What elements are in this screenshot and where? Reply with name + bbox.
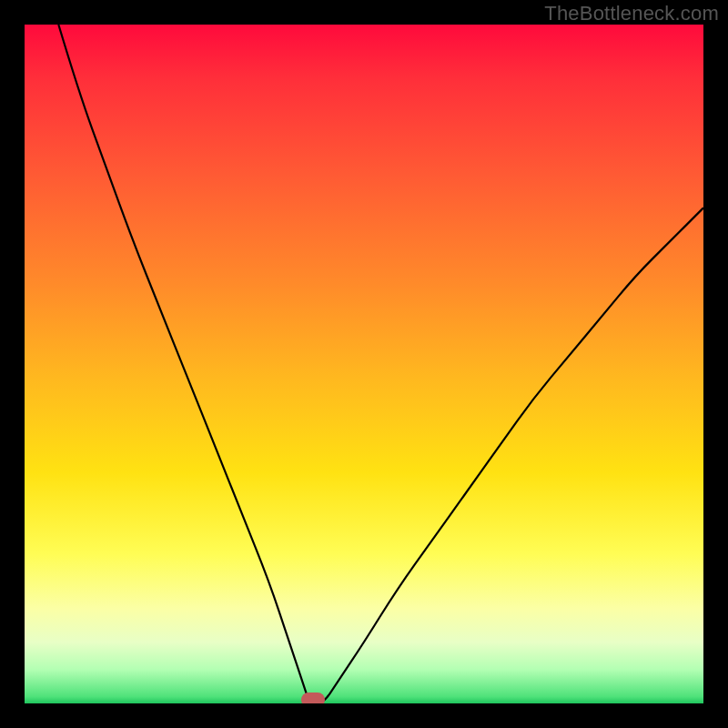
bottleneck-curve (58, 25, 703, 703)
chart-frame: TheBottleneck.com (0, 0, 728, 728)
min-marker (301, 693, 325, 703)
watermark-text: TheBottleneck.com (544, 2, 719, 25)
plot-area (25, 25, 703, 703)
curve-svg (25, 25, 703, 703)
